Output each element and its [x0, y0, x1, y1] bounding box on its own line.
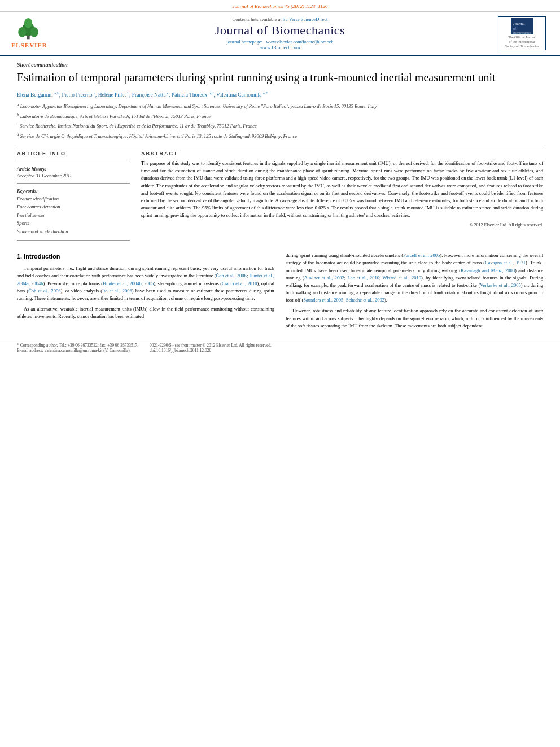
- article-info-col: ARTICLE INFO Article history: Accepted 3…: [17, 151, 130, 245]
- ref-wixted2010[interactable]: Wixted et al., 2010: [383, 275, 421, 281]
- elsevier-label: ELSEVIER: [11, 42, 47, 49]
- body-col-left: 1. Introduction Temporal parameters, i.e…: [17, 252, 274, 333]
- keywords-section: Keywords: Feature identification Foot co…: [17, 188, 130, 235]
- abstract-col: ABSTRACT The purpose of this study was t…: [141, 151, 543, 245]
- svg-text:of: of: [513, 27, 516, 30]
- elsevier-logo: ELSEVIER: [11, 18, 62, 49]
- header-divider: [17, 145, 543, 145]
- ref-ito2006[interactable]: Ito et al., 2006: [102, 288, 132, 294]
- ref-hunter2005[interactable]: 2005: [144, 281, 154, 286]
- ref-ciacci2010[interactable]: Ciacci et al., 2010: [222, 281, 257, 286]
- authors-line: Elena Bergamini a,b, Pietro Picerno a, H…: [17, 90, 543, 99]
- copyright-line: © 2012 Elsevier Ltd. All rights reserved…: [141, 222, 543, 228]
- doi-line: doi:10.1016/j.jbiomech.2011.12.020: [150, 348, 272, 353]
- abstract-text: The purpose of this study was to identif…: [141, 160, 543, 219]
- issn-line: 0021-9290/$ - see front matter © 2012 El…: [150, 343, 272, 348]
- svg-text:Biomechanics: Biomechanics: [513, 31, 531, 34]
- footer: * Corresponding author. Tel.: +39 06 367…: [0, 339, 560, 356]
- bm-logo-image: Journal of Biomechanics: [511, 18, 533, 34]
- keyword-5: Stance and stride duration: [17, 228, 130, 235]
- affiliation-b: b Laboratoire de Biomécanique, Arts et M…: [17, 112, 543, 120]
- ref-coh2006[interactable]: Čoh et al., 2006: [216, 273, 247, 278]
- contents-line: Contents lists available at SciVerse Sci…: [62, 16, 498, 22]
- author-helene: Hélène Pillet b: [98, 92, 129, 98]
- contents-text: Contents lists available at: [233, 16, 282, 22]
- article-title: Estimation of temporal parameters during…: [17, 70, 543, 85]
- ref-coh2006b[interactable]: Čoh et al., 2006: [28, 288, 60, 294]
- svg-point-3: [30, 27, 38, 37]
- page: Journal of Biomechanics 45 (2012) 1123–1…: [0, 0, 560, 747]
- sciverse-link[interactable]: SciVerse ScienceDirect: [283, 16, 328, 22]
- keywords-list: Feature identification Foot contact dete…: [17, 195, 130, 235]
- bm-box-subtitle: The Official Journalof the International…: [505, 36, 539, 49]
- journal-title: Journal of Biomechanics: [62, 23, 498, 38]
- corresponding-author-note: * Corresponding author. Tel.: +39 06 367…: [17, 343, 138, 348]
- left-divider-2: [17, 183, 130, 184]
- ref-hunter2004b[interactable]: 2004b: [31, 281, 43, 286]
- ref-cavagna1971[interactable]: Cavagna et al., 1971: [485, 260, 526, 265]
- ref-hunter2004b2[interactable]: Hunter et al., 2004b: [103, 281, 142, 286]
- article-info-abstract: ARTICLE INFO Article history: Accepted 3…: [17, 151, 543, 245]
- svg-point-4: [24, 18, 32, 28]
- body-two-col: 1. Introduction Temporal parameters, i.e…: [17, 252, 543, 333]
- ref-auvinet2002[interactable]: Auvinet et al., 2002: [304, 275, 344, 281]
- ref-saunders2005[interactable]: Saunders et al., 2005: [303, 297, 343, 303]
- elsevier-tree-icon: [11, 18, 45, 41]
- homepage-url2[interactable]: www.JBiomech.com: [260, 45, 300, 50]
- accepted-date: Accepted 31 December 2011: [17, 173, 130, 178]
- intro-heading: 1. Introduction: [17, 252, 274, 261]
- journal-citation-bar: Journal of Biomechanics 45 (2012) 1123–1…: [0, 0, 560, 12]
- main-content: Short communication Estimation of tempor…: [0, 56, 560, 339]
- ref-kavanagh2008[interactable]: Kavanagh and Menz, 2008: [461, 268, 515, 273]
- intro-para1: Temporal parameters, i.e., flight and st…: [17, 265, 274, 302]
- author-francoise: Françoise Natta c: [132, 92, 169, 98]
- keyword-2: Foot contact detection: [17, 203, 130, 211]
- email-note: E-mail address: valentina.camomilla@unir…: [17, 348, 138, 353]
- bm-logo: Journal of Biomechanics The Official Jou…: [498, 16, 546, 50]
- intro-para4: However, robustness and reliability of a…: [286, 307, 543, 330]
- keyword-4: Sports: [17, 219, 130, 227]
- left-divider-1: [17, 161, 130, 161]
- intro-para2: As an alternative, wearable inertial mea…: [17, 305, 274, 320]
- affiliation-c: c Service Recherche, Institut National d…: [17, 121, 543, 130]
- article-info-label: ARTICLE INFO: [17, 151, 130, 156]
- footer-right: 0021-9290/$ - see front matter © 2012 El…: [150, 343, 272, 353]
- ref-verkerke2005[interactable]: Verkerke et al., 2005: [480, 282, 520, 288]
- author-valentina: Valentina Camomilla a,*: [216, 92, 268, 98]
- article-history: Article history: Accepted 31 December 20…: [17, 166, 130, 178]
- abstract-label: ABSTRACT: [141, 151, 543, 156]
- homepage-url1[interactable]: www.elsevier.com/locate/jbiomech: [266, 39, 333, 45]
- left-divider-3: [17, 240, 130, 241]
- journal-homepage: journal homepage: www.elsevier.com/locat…: [62, 39, 498, 50]
- bm-logo-icon: Journal of Biomechanics: [511, 18, 533, 34]
- journal-citation: Journal of Biomechanics 45 (2012) 1123–1…: [233, 3, 328, 9]
- author-pietro: Pietro Picerno a: [62, 92, 95, 98]
- ref-schache2002[interactable]: Schache et al., 2002: [346, 297, 384, 303]
- keyword-1: Feature identification: [17, 195, 130, 203]
- homepage-label: journal homepage:: [227, 39, 263, 45]
- affiliation-d: d Service de Chirurgie Orthopédique et T…: [17, 132, 543, 140]
- footer-left: * Corresponding author. Tel.: +39 06 367…: [17, 343, 138, 353]
- article-type: Short communication: [17, 62, 543, 68]
- body-content: 1. Introduction Temporal parameters, i.e…: [17, 252, 543, 333]
- journal-header: ELSEVIER Contents lists available at Sci…: [0, 12, 560, 56]
- affiliation-a: a Locomotor Apparatus Bioengineering Lab…: [17, 102, 543, 110]
- keywords-heading: Keywords:: [17, 188, 130, 194]
- affiliations: a Locomotor Apparatus Bioengineering Lab…: [17, 102, 543, 140]
- ref-lee2010[interactable]: Lee et al., 2010: [348, 275, 379, 281]
- journal-center-info: Contents lists available at SciVerse Sci…: [62, 16, 498, 50]
- svg-point-2: [18, 27, 26, 37]
- biomechanics-logo-box: Journal of Biomechanics The Official Jou…: [498, 16, 549, 50]
- intro-para3: during sprint running using shank-mounte…: [286, 252, 543, 304]
- svg-text:Journal: Journal: [513, 21, 525, 26]
- ref-purcell2005[interactable]: Purcell et al., 2005: [403, 252, 440, 258]
- body-col-right: during sprint running using shank-mounte…: [286, 252, 543, 333]
- history-heading: Article history:: [17, 166, 130, 172]
- author-elena: Elena Bergamini a,b: [17, 92, 59, 98]
- author-patricia: Patricia Thoreux b,d: [172, 92, 214, 98]
- keyword-3: Inertial sensor: [17, 211, 130, 219]
